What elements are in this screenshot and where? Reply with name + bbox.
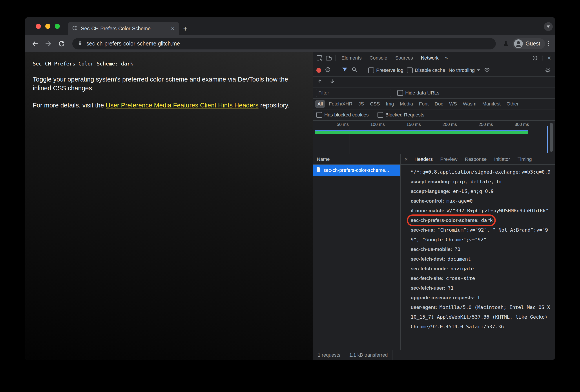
- waterfall-bar: [315, 130, 528, 134]
- device-toolbar-icon[interactable]: [324, 54, 333, 62]
- resource-type-filters: All Fetch/XHR JS CSS Img Media Font Doc …: [313, 99, 555, 109]
- har-toolbar: [313, 77, 555, 88]
- chip-css[interactable]: CSS: [368, 100, 382, 108]
- document-icon: [316, 167, 321, 174]
- tab-search-button[interactable]: [544, 22, 553, 31]
- network-filter-row: Hide data URLs: [313, 88, 555, 99]
- header-line: sec-fetch-site:cross-site: [411, 274, 551, 283]
- desktop-background: Sec-CH-Prefers-Color-Scheme × +: [0, 0, 580, 392]
- chip-fetch-xhr[interactable]: Fetch/XHR: [326, 100, 355, 108]
- network-settings-gear-icon[interactable]: [544, 66, 552, 75]
- preserve-log-checkbox[interactable]: Preserve log: [368, 68, 404, 73]
- window-content: Sec-CH-Prefers-Color-Scheme: dark Toggle…: [25, 52, 555, 360]
- tab-timing[interactable]: Timing: [514, 154, 535, 164]
- disable-cache-checkbox[interactable]: Disable cache: [407, 68, 445, 73]
- blocked-filters-row: Has blocked cookies Blocked Requests: [313, 109, 555, 121]
- profile-button[interactable]: Guest: [513, 38, 545, 49]
- load-event-marker: [547, 126, 548, 153]
- address-bar[interactable]: sec-ch-prefers-color-scheme.glitch.me: [72, 38, 496, 49]
- minimize-window-button[interactable]: [45, 24, 50, 29]
- repository-link[interactable]: User Preference Media Features Client Hi…: [106, 102, 259, 109]
- disable-cache-label: Disable cache: [415, 68, 445, 73]
- search-icon[interactable]: [351, 67, 357, 74]
- network-filter-input[interactable]: [316, 89, 391, 97]
- header-line: sec-fetch-dest:document: [411, 254, 551, 264]
- tab-response[interactable]: Response: [461, 154, 490, 164]
- chip-img[interactable]: Img: [383, 100, 396, 108]
- avatar: [514, 39, 523, 48]
- chevron-down-icon: [547, 25, 550, 28]
- back-button[interactable]: [29, 38, 41, 50]
- tab-strip: Sec-CH-Prefers-Color-Scheme × +: [25, 17, 555, 35]
- header-line: upgrade-insecure-requests:1: [411, 293, 551, 302]
- tab-console[interactable]: Console: [366, 52, 391, 64]
- devtools-menu-kebab-icon[interactable]: [540, 54, 544, 62]
- web-page: Sec-CH-Prefers-Color-Scheme: dark Toggle…: [25, 52, 313, 360]
- requests-table: Name sec-ch-prefers-color-scheme...: [313, 154, 401, 350]
- chip-doc[interactable]: Doc: [432, 100, 446, 108]
- chip-manifest[interactable]: Manifest: [480, 100, 503, 108]
- tab-headers[interactable]: Headers: [411, 154, 436, 164]
- header-line: accept-encoding:gzip, deflate, br: [411, 177, 551, 187]
- details-paragraph: For more details, visit the User Prefere…: [33, 101, 292, 110]
- filter-funnel-icon[interactable]: [342, 67, 348, 74]
- color-scheme-status-text: Sec-CH-Prefers-Color-Scheme: dark: [33, 61, 304, 67]
- requests-name-column-header[interactable]: Name: [313, 154, 400, 165]
- tab-close-icon[interactable]: ×: [170, 25, 175, 32]
- chip-all[interactable]: All: [315, 100, 325, 108]
- network-status-bar: 1 requests 1.1 kB transferred: [313, 350, 555, 360]
- blocked-requests-checkbox[interactable]: Blocked Requests: [378, 112, 424, 118]
- close-details-icon[interactable]: ×: [402, 156, 410, 163]
- chip-font[interactable]: Font: [417, 100, 431, 108]
- forward-button[interactable]: [42, 38, 54, 50]
- browser-tab[interactable]: Sec-CH-Prefers-Color-Scheme ×: [68, 22, 179, 35]
- throttling-select[interactable]: No throttling: [449, 68, 480, 73]
- fullscreen-window-button[interactable]: [55, 24, 60, 29]
- chip-ws[interactable]: WS: [447, 100, 459, 108]
- request-name: sec-ch-prefers-color-scheme...: [323, 167, 389, 173]
- header-line: sec-fetch-user:?1: [411, 283, 551, 293]
- request-headers-list[interactable]: */*;q=0.8,application/signed-exchange;v=…: [401, 165, 555, 350]
- checkbox-box: [397, 90, 403, 96]
- chip-other[interactable]: Other: [504, 100, 521, 108]
- tab-sources[interactable]: Sources: [391, 52, 417, 64]
- browser-menu-kebab-icon[interactable]: [546, 39, 551, 48]
- new-tab-button[interactable]: +: [179, 22, 191, 35]
- network-overview-timeline[interactable]: 50 ms 100 ms 150 ms 200 ms 250 ms 300 ms: [313, 121, 555, 154]
- export-har-icon[interactable]: [329, 78, 335, 86]
- tab-initiator[interactable]: Initiator: [491, 154, 513, 164]
- overview-scrollbar[interactable]: [550, 123, 553, 152]
- back-arrow-icon: [31, 40, 39, 48]
- timeline-tick-label: 300 ms: [496, 122, 529, 127]
- header-line: cache-control:max-age=0: [411, 196, 551, 206]
- reload-button[interactable]: [56, 38, 67, 50]
- hide-data-urls-checkbox[interactable]: Hide data URLs: [397, 90, 439, 96]
- request-row[interactable]: sec-ch-prefers-color-scheme...: [313, 165, 400, 176]
- devtools-settings-gear-icon[interactable]: [531, 54, 540, 62]
- devtools-close-icon[interactable]: ×: [545, 54, 554, 62]
- record-network-log-icon[interactable]: [316, 68, 321, 73]
- network-conditions-icon[interactable]: [483, 66, 490, 75]
- tab-preview[interactable]: Preview: [437, 154, 461, 164]
- request-details-panel: × Headers Preview Response Initiator Tim…: [401, 154, 555, 350]
- globe-favicon-icon: [72, 25, 78, 32]
- throttling-value: No throttling: [449, 68, 475, 73]
- has-blocked-cookies-checkbox[interactable]: Has blocked cookies: [316, 112, 369, 118]
- macos-window-controls: [36, 24, 60, 29]
- labs-flask-icon[interactable]: [501, 38, 511, 49]
- timeline-tick-label: 150 ms: [388, 122, 421, 127]
- reload-icon: [58, 40, 65, 47]
- intro-text: Toggle your operating system's preferred…: [33, 76, 288, 92]
- tab-network[interactable]: Network: [417, 52, 442, 64]
- chip-media[interactable]: Media: [398, 100, 416, 108]
- tab-elements[interactable]: Elements: [338, 52, 365, 64]
- clear-network-log-icon[interactable]: [325, 67, 331, 74]
- import-har-icon[interactable]: [317, 78, 323, 86]
- inspect-element-icon[interactable]: [315, 54, 324, 62]
- details-tabbar: × Headers Preview Response Initiator Tim…: [401, 154, 555, 165]
- chip-js[interactable]: JS: [356, 100, 367, 108]
- close-window-button[interactable]: [36, 24, 41, 29]
- chip-wasm[interactable]: Wasm: [460, 100, 479, 108]
- more-tabs-icon[interactable]: »: [443, 55, 450, 61]
- header-line-sec-ch-prefers-color-scheme: sec-ch-prefers-color-scheme:dark: [411, 215, 551, 225]
